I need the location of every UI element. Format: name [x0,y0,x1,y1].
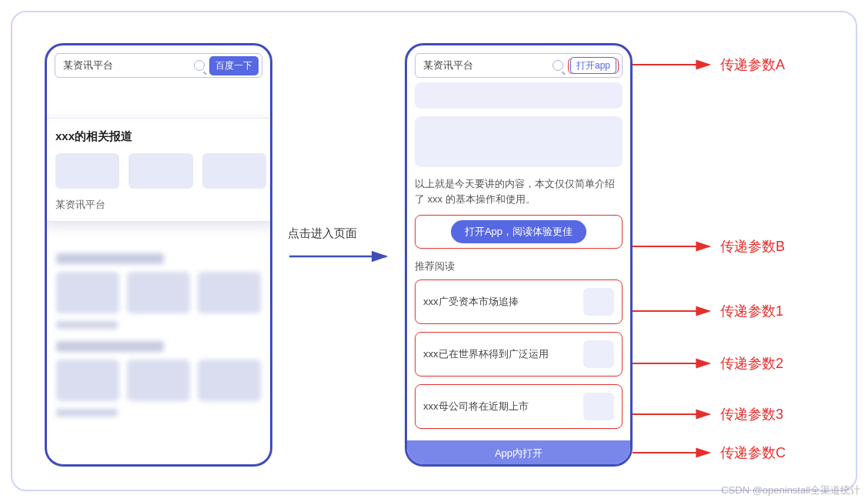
thumbnail [55,153,119,189]
search-bar[interactable]: 某资讯平台 百度一下 [55,53,262,78]
platform-label: 某资讯平台 [63,59,113,72]
annotation-label: 传递参数A [720,55,785,74]
card-title: xxx的相关报道 [55,129,266,144]
arrow-right-icon [633,55,717,74]
recommend-item-text: xxx广受资本市场追捧 [423,295,576,309]
annotation-label: 传递参数1 [720,302,783,320]
baidu-search-button[interactable]: 百度一下 [209,56,259,75]
card-thumbnails [55,153,266,189]
arrow-right-icon [633,302,717,320]
article-summary: 以上就是今天要讲的内容，本文仅仅简单介绍了 xxx 的基本操作和使用。 [415,176,623,207]
annotation-label: 传递参数B [720,237,785,256]
open-app-button[interactable]: 打开app [570,57,616,74]
search-bar[interactable]: 某资讯平台 打开app [415,53,623,78]
card-source: 某资讯平台 [55,198,266,212]
result-card[interactable]: xxx的相关报道 某资讯平台 [45,118,272,222]
transition-label: 点击进入页面 [288,226,357,241]
recommend-item-thumb [583,393,614,420]
watermark: CSDN @openinstall全渠道统计 [721,484,860,497]
thumbnail [202,153,266,189]
arrow-right-icon [633,405,717,423]
recommend-item[interactable]: xxx母公司将在近期上市 [415,384,623,429]
content-placeholder [415,82,623,109]
thumbnail [129,153,192,189]
arrow-right-icon [288,245,396,268]
arrow-right-icon [633,354,717,373]
arrow-right-icon [633,237,717,256]
blurred-results [56,253,261,429]
phone-left: 某资讯平台 百度一下 xxx的相关报道 某资讯平台 [45,43,272,467]
open-app-pill-button[interactable]: 打开App，阅读体验更佳 [451,220,586,243]
annotation-label: 传递参数3 [720,405,783,423]
recommend-item-thumb [583,340,614,368]
open-app-highlight: 打开app [568,58,619,74]
arrow-right-icon [633,443,717,462]
recommend-item[interactable]: xxx已在世界杯得到广泛运用 [415,332,623,376]
recommend-item-text: xxx已在世界杯得到广泛运用 [423,347,576,361]
platform-label: 某资讯平台 [423,59,473,72]
content-placeholder [415,116,623,167]
recommend-section-title: 推荐阅读 [415,259,623,273]
diagram-canvas: 某资讯平台 百度一下 xxx的相关报道 某资讯平台 [11,11,857,491]
recommend-item-text: xxx母公司将在近期上市 [423,400,576,413]
open-in-app-bottom-button[interactable]: App内打开 [407,440,630,467]
annotation-label: 传递参数2 [720,354,783,373]
recommend-item-thumb [583,288,614,316]
search-icon [553,60,563,71]
search-icon [194,60,205,71]
open-app-pill-highlight: 打开App，阅读体验更佳 [415,215,623,249]
annotation-label: 传递参数C [720,443,786,462]
recommend-item[interactable]: xxx广受资本市场追捧 [415,279,623,324]
phone-right: 某资讯平台 打开app 以上就是今天要讲的内容，本文仅仅简单介绍了 xxx 的基… [405,43,633,467]
